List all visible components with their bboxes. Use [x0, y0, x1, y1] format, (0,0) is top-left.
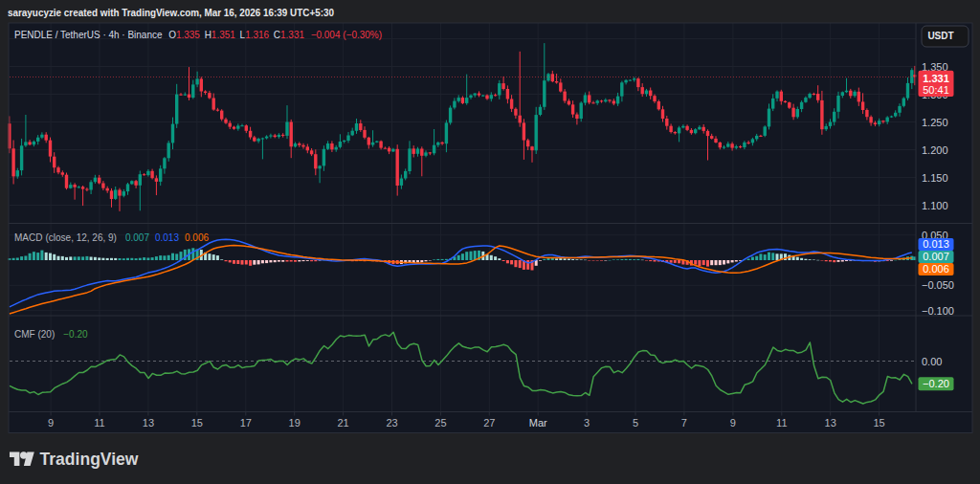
svg-text:11: 11 [776, 417, 787, 429]
svg-text:15: 15 [873, 417, 884, 429]
svg-text:7: 7 [681, 417, 687, 429]
svg-text:−0.100: −0.100 [922, 305, 954, 317]
svg-text:1.100: 1.100 [922, 200, 948, 211]
svg-text:1.150: 1.150 [922, 172, 948, 184]
svg-text:17: 17 [240, 417, 252, 429]
svg-text:1.250: 1.250 [922, 117, 948, 128]
svg-text:0.00: 0.00 [922, 356, 942, 367]
svg-text:25: 25 [434, 417, 446, 429]
svg-text:15: 15 [191, 417, 203, 429]
svg-text:USDT: USDT [927, 31, 953, 41]
svg-text:Mar: Mar [529, 417, 547, 429]
svg-text:23: 23 [386, 417, 397, 429]
svg-text:5: 5 [633, 417, 638, 429]
svg-text:11: 11 [94, 417, 104, 429]
svg-text:9: 9 [730, 417, 736, 429]
svg-text:PENDLE / TetherUS · 4h · Binan: PENDLE / TetherUS · 4h · BinanceO1.335H1… [14, 29, 382, 40]
svg-text:−0.20: −0.20 [923, 378, 949, 389]
svg-text:1.200: 1.200 [922, 144, 948, 156]
svg-text:TradingView: TradingView [40, 449, 139, 469]
svg-text:19: 19 [289, 417, 301, 429]
svg-text:1.350: 1.350 [922, 61, 948, 73]
svg-text:0.007: 0.007 [923, 251, 949, 262]
svg-text:3: 3 [584, 417, 590, 429]
svg-text:0.013: 0.013 [923, 238, 949, 250]
svg-text:9: 9 [48, 417, 54, 429]
svg-text:−0.050: −0.050 [922, 279, 954, 291]
svg-text:13: 13 [825, 417, 836, 429]
svg-text:50:41: 50:41 [923, 84, 949, 96]
svg-text:21: 21 [337, 417, 348, 429]
svg-text:0.006: 0.006 [923, 263, 949, 275]
svg-text:1.331: 1.331 [923, 73, 949, 84]
svg-text:sarayucyzie created with Tradi: sarayucyzie created with TradingView.com… [8, 7, 334, 18]
svg-text:27: 27 [483, 417, 495, 429]
svg-text:CMF (20)−0.20: CMF (20)−0.20 [14, 329, 88, 340]
svg-text:13: 13 [143, 417, 154, 429]
